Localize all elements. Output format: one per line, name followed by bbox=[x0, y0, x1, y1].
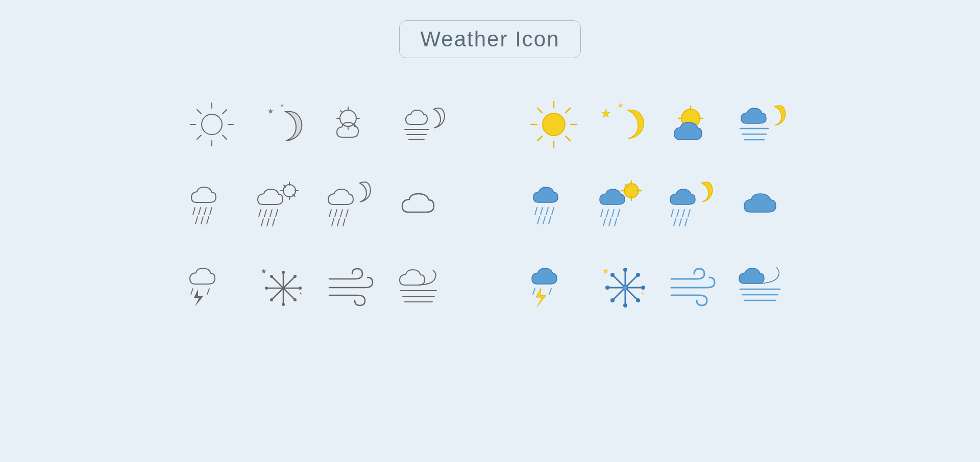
rain-night-colored-icon bbox=[664, 170, 730, 242]
svg-line-97 bbox=[618, 210, 620, 217]
svg-line-37 bbox=[261, 219, 263, 226]
svg-point-57 bbox=[270, 275, 273, 278]
cloud-colored-icon bbox=[735, 170, 801, 242]
svg-line-94 bbox=[601, 210, 603, 217]
svg-line-82 bbox=[541, 208, 543, 215]
cloud-outline-icon bbox=[393, 170, 459, 242]
svg-point-56 bbox=[299, 287, 302, 290]
moon-stars-outline-icon bbox=[250, 89, 316, 160]
svg-line-38 bbox=[267, 219, 269, 226]
page-title: Weather Icon bbox=[420, 27, 559, 51]
svg-line-39 bbox=[273, 219, 275, 226]
svg-point-118 bbox=[610, 273, 615, 277]
colored-icon-grid bbox=[521, 89, 801, 323]
svg-point-55 bbox=[265, 287, 268, 290]
svg-point-59 bbox=[293, 275, 297, 278]
svg-line-36 bbox=[276, 210, 278, 217]
rain-colored-icon bbox=[521, 170, 587, 242]
svg-line-95 bbox=[606, 210, 608, 217]
foggy-night-outline-icon bbox=[393, 89, 459, 160]
svg-point-115 bbox=[623, 303, 627, 307]
svg-line-84 bbox=[552, 208, 554, 215]
svg-line-43 bbox=[346, 210, 348, 217]
sun-outline-icon bbox=[179, 89, 245, 160]
icons-wrapper bbox=[179, 89, 801, 323]
svg-line-40 bbox=[329, 210, 331, 217]
svg-line-35 bbox=[270, 210, 272, 217]
svg-line-107 bbox=[685, 219, 687, 226]
svg-line-69 bbox=[566, 136, 570, 141]
svg-line-22 bbox=[210, 208, 212, 215]
svg-line-87 bbox=[549, 217, 551, 224]
svg-line-45 bbox=[337, 219, 339, 226]
foggy-night-colored-icon bbox=[735, 89, 801, 160]
partly-cloudy-colored-icon bbox=[664, 89, 730, 160]
svg-line-23 bbox=[195, 217, 198, 224]
svg-line-103 bbox=[682, 210, 684, 217]
svg-line-46 bbox=[343, 219, 345, 226]
title-container: Weather Icon bbox=[399, 20, 580, 58]
svg-line-96 bbox=[612, 210, 614, 217]
svg-line-25 bbox=[207, 217, 209, 224]
svg-line-4 bbox=[197, 110, 201, 114]
svg-point-117 bbox=[641, 286, 645, 290]
moon-stars-colored-icon bbox=[592, 89, 658, 160]
svg-point-119 bbox=[636, 298, 640, 302]
svg-line-85 bbox=[537, 217, 540, 224]
svg-line-70 bbox=[566, 108, 570, 113]
svg-line-44 bbox=[332, 219, 334, 226]
svg-line-19 bbox=[193, 208, 195, 215]
svg-line-47 bbox=[191, 289, 193, 294]
svg-line-71 bbox=[537, 136, 542, 141]
wind-colored-icon bbox=[664, 252, 730, 323]
thunder-outline-icon bbox=[179, 252, 245, 323]
snow-colored-icon bbox=[592, 252, 658, 323]
svg-line-108 bbox=[533, 289, 535, 294]
svg-line-101 bbox=[671, 210, 673, 217]
svg-line-48 bbox=[207, 289, 209, 294]
outline-icon-grid bbox=[179, 89, 459, 323]
svg-line-6 bbox=[223, 110, 227, 114]
svg-line-99 bbox=[609, 219, 611, 226]
svg-line-41 bbox=[335, 210, 337, 217]
wind-outline-icon bbox=[322, 252, 388, 323]
svg-line-104 bbox=[688, 210, 690, 217]
svg-line-98 bbox=[603, 219, 605, 226]
svg-point-54 bbox=[282, 303, 285, 306]
svg-line-5 bbox=[223, 135, 227, 139]
rain-day-outline-icon bbox=[250, 170, 316, 242]
svg-point-120 bbox=[636, 273, 640, 277]
svg-line-21 bbox=[204, 208, 206, 215]
svg-line-106 bbox=[679, 219, 681, 226]
svg-point-72 bbox=[543, 113, 565, 136]
svg-line-83 bbox=[546, 208, 548, 215]
svg-point-114 bbox=[623, 268, 627, 272]
svg-point-58 bbox=[293, 298, 297, 301]
svg-point-8 bbox=[202, 114, 222, 135]
thunder-colored-icon bbox=[521, 252, 587, 323]
svg-point-116 bbox=[605, 286, 609, 290]
svg-line-24 bbox=[201, 217, 203, 224]
sun-colored-icon bbox=[521, 89, 587, 160]
svg-line-34 bbox=[264, 210, 266, 217]
svg-line-7 bbox=[197, 135, 201, 139]
svg-line-14 bbox=[340, 111, 342, 113]
svg-line-100 bbox=[615, 219, 617, 226]
rain-outline-icon bbox=[179, 170, 245, 242]
svg-point-60 bbox=[270, 298, 273, 301]
svg-line-42 bbox=[340, 210, 342, 217]
partly-cloudy-outline-icon bbox=[322, 89, 388, 160]
svg-line-20 bbox=[199, 208, 201, 215]
svg-point-122 bbox=[623, 285, 628, 290]
svg-point-53 bbox=[282, 271, 285, 274]
svg-line-68 bbox=[537, 108, 542, 113]
rain-night-outline-icon bbox=[322, 170, 388, 242]
svg-line-102 bbox=[677, 210, 679, 217]
svg-line-33 bbox=[259, 210, 261, 217]
svg-line-81 bbox=[535, 208, 537, 215]
snow-outline-icon bbox=[250, 252, 316, 323]
fog-outline-icon bbox=[393, 252, 459, 323]
fog-colored-icon bbox=[735, 252, 801, 323]
rain-day-colored-icon bbox=[592, 170, 658, 242]
svg-line-86 bbox=[543, 217, 545, 224]
